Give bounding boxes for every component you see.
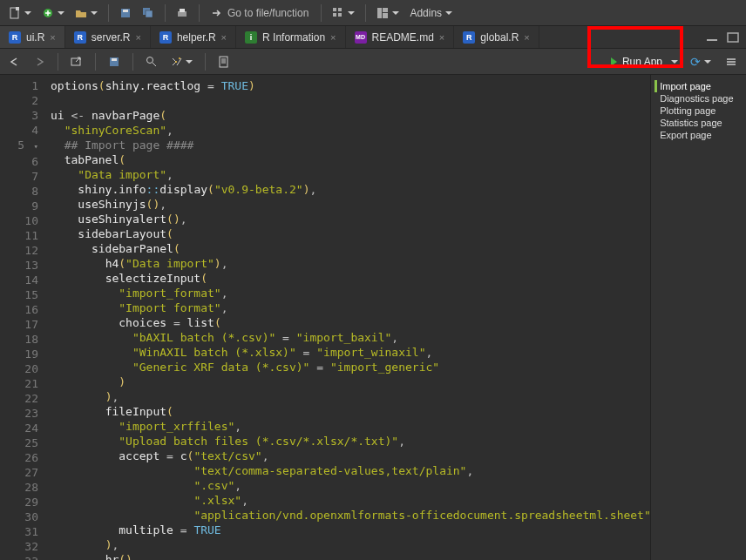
file-type-icon: R <box>159 31 172 44</box>
code-line[interactable]: ".xlsx", <box>51 493 650 508</box>
back-button[interactable] <box>5 52 24 71</box>
code-line[interactable]: choices = list( <box>51 315 650 330</box>
file-tab[interactable]: iR Information× <box>236 26 345 48</box>
addins-button[interactable]: Addins <box>406 3 456 23</box>
svg-rect-20 <box>112 58 117 61</box>
outline-item[interactable]: Import page <box>654 80 743 92</box>
code-line[interactable]: "Import format", <box>51 300 650 315</box>
code-line[interactable]: fileInput( <box>51 404 650 419</box>
file-tab[interactable]: Rserver.R× <box>65 26 151 48</box>
file-tab[interactable]: Rhelper.R× <box>151 26 236 48</box>
run-app-button[interactable]: Run App <box>604 54 685 70</box>
code-tools-button[interactable] <box>166 52 196 71</box>
line-number: 19 <box>0 347 38 361</box>
reload-app-button[interactable]: ⟳ <box>687 52 715 71</box>
svg-rect-24 <box>220 57 227 67</box>
pane-layout-button[interactable] <box>373 3 403 23</box>
document-outline-toggle[interactable] <box>722 52 741 71</box>
code-editor[interactable]: 12345 ▾678910111213141516171819202122232… <box>0 75 650 560</box>
code-line[interactable]: ".csv", <box>51 478 650 493</box>
code-line[interactable]: "WinAXIL batch (*.xlsx)" = "import_winax… <box>51 345 650 360</box>
line-number: 28 <box>0 480 38 495</box>
file-tab-label: R Information <box>262 31 325 44</box>
line-number: 15 <box>0 287 38 302</box>
maximize-pane-icon[interactable] <box>725 30 741 44</box>
compile-report-button[interactable] <box>214 52 234 71</box>
code-line[interactable]: ) <box>51 374 650 389</box>
close-tab-icon[interactable]: × <box>330 32 336 43</box>
line-number: 22 <box>0 391 38 406</box>
file-tab[interactable]: MDREADME.md× <box>346 26 455 48</box>
code-line[interactable]: ## Import page #### <box>51 138 650 152</box>
code-line[interactable]: ui <- navbarPage( <box>51 108 650 123</box>
line-number: 30 <box>0 509 38 524</box>
line-number: 14 <box>0 273 38 287</box>
svg-rect-9 <box>333 8 336 11</box>
code-line[interactable]: h4("Data import"), <box>51 256 650 271</box>
goto-label: Go to file/function <box>227 7 309 19</box>
tools-grid-button[interactable] <box>329 3 358 23</box>
outline-item[interactable]: Diagnostics page <box>654 92 743 105</box>
outline-item[interactable]: Plotting page <box>654 105 743 117</box>
file-tab[interactable]: Rglobal.R× <box>454 26 539 48</box>
code-line[interactable]: "application/vnd.openxmlformats-officedo… <box>51 508 650 523</box>
code-line[interactable]: shiny.info::display("v0.9-beta.2"), <box>51 182 650 197</box>
code-line[interactable]: "text/comma-separated-values,text/plain"… <box>51 463 650 478</box>
code-line[interactable]: "bAXIL batch (*.csv)" = "import_baxil", <box>51 330 650 345</box>
line-number: 5 ▾ <box>0 138 38 154</box>
code-line[interactable]: hr(), <box>51 552 650 560</box>
find-replace-button[interactable] <box>142 52 161 71</box>
show-in-new-window-button[interactable] <box>67 52 86 71</box>
new-file-button[interactable] <box>5 3 35 23</box>
code-line[interactable] <box>51 93 650 108</box>
line-number: 7 <box>0 169 38 184</box>
line-number: 3 <box>0 108 38 123</box>
outline-item[interactable]: Export page <box>654 129 743 141</box>
save-button[interactable] <box>116 3 135 23</box>
code-line[interactable]: multiple = TRUE <box>51 523 650 537</box>
line-number: 18 <box>0 332 38 347</box>
code-line[interactable]: "Data import", <box>51 167 650 182</box>
code-line[interactable]: selectizeInput( <box>51 271 650 286</box>
close-tab-icon[interactable]: × <box>524 32 529 43</box>
line-number: 21 <box>0 376 38 391</box>
code-line[interactable]: useShinyjs(), <box>51 197 650 212</box>
code-line[interactable]: "Upload batch files (*.csv/*.xlsx/*.txt)… <box>51 434 650 449</box>
code-line[interactable]: sidebarLayout( <box>51 226 650 241</box>
separator <box>108 4 109 22</box>
minimize-pane-icon[interactable] <box>704 30 720 44</box>
forward-button[interactable] <box>30 52 49 71</box>
code-line[interactable]: ), <box>51 537 650 552</box>
svg-rect-17 <box>728 33 738 42</box>
outline-item[interactable]: Statistics page <box>654 117 743 129</box>
close-tab-icon[interactable]: × <box>135 32 140 43</box>
close-tab-icon[interactable]: × <box>439 32 444 43</box>
code-line[interactable]: "import_xrffiles", <box>51 419 650 434</box>
code-line[interactable]: ), <box>51 389 650 404</box>
code-line[interactable]: sidebarPanel( <box>51 241 650 256</box>
code-area[interactable]: options(shiny.reactlog = TRUE) ui <- nav… <box>47 75 650 560</box>
code-line[interactable]: "import_format", <box>51 286 650 300</box>
refresh-icon: ⟳ <box>690 55 701 69</box>
print-button[interactable] <box>173 3 192 23</box>
close-tab-icon[interactable]: × <box>221 32 227 43</box>
goto-file-function[interactable]: Go to file/function <box>207 7 314 19</box>
file-type-icon: R <box>74 31 86 44</box>
svg-rect-15 <box>383 13 388 18</box>
code-line[interactable]: options(shiny.reactlog = TRUE) <box>51 78 650 93</box>
save-current-button[interactable] <box>105 52 124 71</box>
save-all-button[interactable] <box>139 3 158 23</box>
line-number: 20 <box>0 361 38 376</box>
code-line[interactable]: "Generic XRF data (*.csv)" = "import_gen… <box>51 360 650 374</box>
code-line[interactable]: "shinyCoreScan", <box>51 123 650 138</box>
open-file-button[interactable] <box>71 3 101 23</box>
code-line[interactable]: useShinyalert(), <box>51 212 650 226</box>
new-project-button[interactable] <box>38 3 68 23</box>
fold-indicator-icon[interactable]: ▾ <box>31 139 38 154</box>
close-tab-icon[interactable]: × <box>50 32 55 43</box>
file-tab[interactable]: Rui.R× <box>0 26 65 48</box>
separator <box>199 4 200 22</box>
run-app-dropdown-icon[interactable] <box>668 56 678 68</box>
code-line[interactable]: accept = c("text/csv", <box>51 449 650 463</box>
code-line[interactable]: tabPanel( <box>51 152 650 167</box>
